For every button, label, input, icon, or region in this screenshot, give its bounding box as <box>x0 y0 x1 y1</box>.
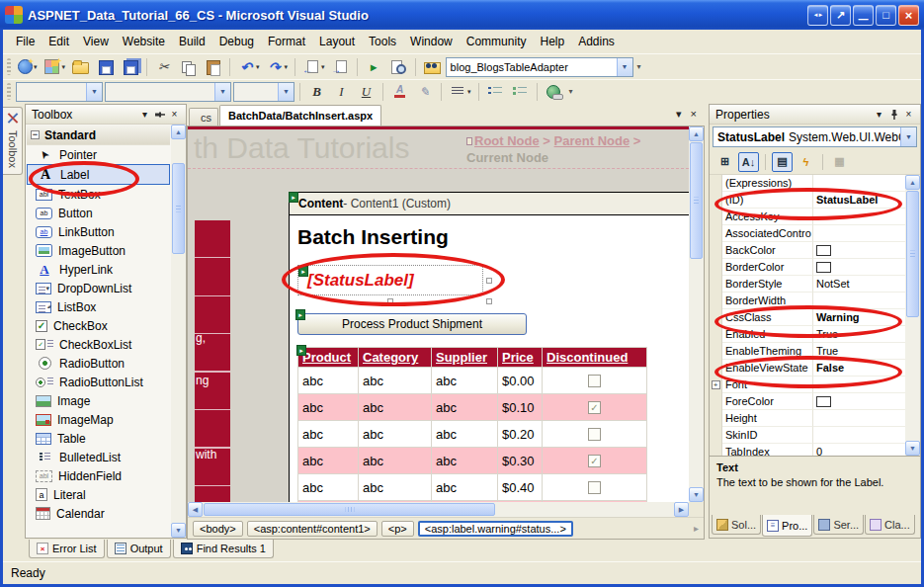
designer-vertical-scrollbar[interactable]: ▲ ▼ <box>689 126 704 502</box>
nav-back-button[interactable]: ▾ <box>300 56 327 78</box>
toolbox-item-button[interactable]: abButton <box>27 204 170 222</box>
grid-column-header-category[interactable]: Category <box>359 348 432 368</box>
design-surface[interactable]: th Data Tutorials Root Node > Parent Nod… <box>188 126 689 502</box>
scroll-up-icon[interactable]: ▲ <box>171 125 186 139</box>
bottom-tab-error-list[interactable]: Error List <box>29 540 105 558</box>
grid-column-header-price[interactable]: Price <box>498 348 543 368</box>
property-row-cssclass[interactable]: CssClassWarning <box>710 309 905 326</box>
property-row-tabindex[interactable]: TabIndex0 <box>710 444 905 456</box>
properties-title-bar[interactable]: Properties ▾ × <box>710 105 920 125</box>
scrollbar-thumb[interactable] <box>906 191 919 317</box>
bottom-tab-find-results-1[interactable]: Find Results 1 <box>173 540 274 558</box>
expand-icon[interactable]: + <box>712 380 720 389</box>
toolbox-item-pointer[interactable]: ➤Pointer <box>27 145 170 164</box>
dropdown-arrow-icon[interactable]: ▾ <box>34 63 38 71</box>
combobox-dropdown-icon[interactable]: ▼ <box>86 83 102 101</box>
menu-format[interactable]: Format <box>261 32 312 51</box>
close-button[interactable]: × <box>898 5 919 26</box>
fore-color-button[interactable] <box>388 81 411 103</box>
asp-snippet-glyph-icon[interactable] <box>295 309 305 320</box>
toolbox-collapsed-tab[interactable]: Toolbox <box>3 107 23 175</box>
property-value[interactable]: True <box>813 343 905 360</box>
property-value[interactable] <box>813 209 905 225</box>
toolbox-item-checkbox[interactable]: ✓CheckBox <box>27 316 170 335</box>
toolbar-grip[interactable] <box>7 58 11 75</box>
property-row-expressions[interactable]: (Expressions) <box>710 175 905 192</box>
property-value[interactable] <box>813 225 905 242</box>
combobox-dropdown-icon[interactable]: ▼ <box>617 58 632 76</box>
font-name-combobox[interactable]: ▼ <box>105 82 231 102</box>
property-row-enabled[interactable]: EnabledTrue <box>710 326 905 343</box>
toolbox-item-linkbutton[interactable]: abLinkButton <box>27 222 170 241</box>
property-value[interactable] <box>813 293 905 309</box>
collapse-icon[interactable]: − <box>31 130 40 139</box>
save-all-button[interactable] <box>119 56 141 78</box>
menu-help[interactable]: Help <box>533 32 571 51</box>
bold-button[interactable] <box>305 81 328 103</box>
document-tab-active[interactable]: BatchData/BatchInsert.aspx <box>219 105 381 126</box>
tag-breadcrumb-button[interactable]: <asp:label.warning#status...> <box>418 521 573 537</box>
property-row-borderwidth[interactable]: BorderWidth <box>710 293 905 309</box>
dropdown-arrow-icon[interactable]: ▾ <box>62 63 66 71</box>
property-value[interactable] <box>813 427 905 444</box>
new-website-button[interactable]: ▾ <box>16 56 40 78</box>
start-debug-button[interactable] <box>363 56 385 78</box>
maximize-button[interactable]: □ <box>876 5 896 26</box>
toolbox-item-hyperlink[interactable]: AHyperLink <box>27 260 170 279</box>
breadcrumb-parent-link[interactable]: Parent Node <box>554 133 630 148</box>
bottom-tab-output[interactable]: Output <box>107 540 171 558</box>
property-row-accesskey[interactable]: AccessKey <box>710 209 905 225</box>
status-label-selection-box[interactable]: [StatusLabel] <box>297 265 483 295</box>
toolbox-item-literal[interactable]: aLiteral <box>27 485 170 504</box>
menu-window[interactable]: Window <box>403 32 460 51</box>
selected-object-combobox[interactable]: StatusLabel System.Web.UI.WebCor ▼ <box>713 126 917 147</box>
dropdown-arrow-icon[interactable]: ▾ <box>285 63 289 71</box>
toolbar-grip[interactable] <box>7 83 11 100</box>
menu-addins[interactable]: Addins <box>571 32 622 51</box>
combobox-dropdown-icon[interactable]: ▼ <box>900 127 916 146</box>
align-button[interactable]: ▾ <box>447 81 473 103</box>
resize-handle[interactable] <box>486 298 492 304</box>
menu-website[interactable]: Website <box>116 32 172 51</box>
property-value[interactable] <box>813 242 905 259</box>
tag-breadcrumb-button[interactable]: <p> <box>381 521 414 537</box>
properties-list-icon[interactable]: ▤ <box>772 152 793 172</box>
tool-tab-sol[interactable]: Sol... <box>712 515 761 535</box>
tool-tab-pro[interactable]: Pro... <box>762 515 812 537</box>
toolbar-overflow-icon[interactable]: ▾ <box>569 89 573 94</box>
toolbox-item-bulletedlist[interactable]: BulletedList <box>27 448 170 466</box>
breadcrumb-root-link[interactable]: Root Node <box>474 133 540 148</box>
resize-arrows-button[interactable]: ◄► <box>807 5 828 26</box>
menu-community[interactable]: Community <box>460 32 534 51</box>
property-value[interactable]: NotSet <box>813 276 905 293</box>
scrollbar-thumb[interactable] <box>204 503 495 516</box>
property-value[interactable]: 0 <box>813 444 905 456</box>
minimize-button[interactable]: — <box>853 5 874 26</box>
tag-breadcrumb-button[interactable]: <body> <box>193 521 243 537</box>
title-bar[interactable]: ASPNET_Data_Tutorial_66_CS - Microsoft V… <box>0 0 924 30</box>
tag-navigator-more-icon[interactable]: ▸ <box>694 523 699 534</box>
toolbox-item-radiobutton[interactable]: RadioButton <box>27 354 170 373</box>
toolbox-title-bar[interactable]: Toolbox ▾ × <box>26 105 186 125</box>
copy-button[interactable] <box>177 56 200 78</box>
property-row-enableviewstate[interactable]: EnableViewStateFalse <box>710 360 905 377</box>
property-row-bordercolor[interactable]: BorderColor <box>710 259 905 276</box>
property-value[interactable]: StatusLabel <box>813 192 905 209</box>
toolbox-item-imagebutton[interactable]: ImageButton <box>27 241 170 260</box>
property-row-skinid[interactable]: SkinID <box>710 427 905 444</box>
toolbox-item-textbox[interactable]: ablTextBox <box>27 185 170 204</box>
gridview-control[interactable]: ProductCategorySupplierPriceDiscontinued… <box>297 347 683 502</box>
scroll-up-icon[interactable]: ▲ <box>689 126 704 141</box>
menu-file[interactable]: File <box>9 32 42 51</box>
property-value[interactable] <box>813 393 905 410</box>
grid-column-header-discontinued[interactable]: Discontinued <box>543 348 647 368</box>
redo-button[interactable]: ▾ <box>264 56 291 78</box>
queries-combobox[interactable]: blog_BlogsTableAdapter ▼ <box>446 57 633 77</box>
save-button[interactable] <box>94 56 117 78</box>
scroll-up-icon[interactable]: ▲ <box>905 175 920 190</box>
grid-column-header-supplier[interactable]: Supplier <box>432 348 498 368</box>
close-icon[interactable]: × <box>167 107 182 122</box>
asp-snippet-glyph-icon[interactable] <box>296 345 306 356</box>
document-list-dropdown-icon[interactable]: ▾ <box>676 108 682 121</box>
property-value[interactable] <box>813 410 905 427</box>
